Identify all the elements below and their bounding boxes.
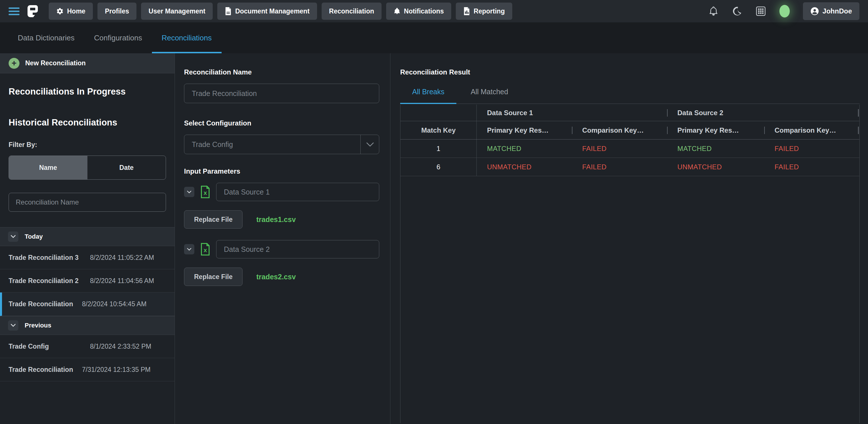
tab-configurations[interactable]: Configurations xyxy=(84,22,152,53)
item-name: Trade Reconciliation xyxy=(9,365,78,374)
svg-text:x: x xyxy=(204,247,207,253)
reconciliation-name-filter-input[interactable] xyxy=(9,193,166,212)
document-file-icon xyxy=(225,7,231,15)
tab-reconciliations[interactable]: Reconciliations xyxy=(152,22,222,53)
user-account-button[interactable]: JohnDoe xyxy=(803,2,859,20)
result-cell: FAILED xyxy=(764,145,860,153)
report-file-icon xyxy=(463,7,470,15)
data-source-2-input[interactable] xyxy=(216,240,379,258)
column-header-primary-key-1[interactable]: Primary Key Res… xyxy=(477,121,572,139)
topbar-right: JohnDoe xyxy=(708,2,859,20)
column-header-comparison-key-2[interactable]: Comparison Key… xyxy=(764,121,860,139)
apps-grid-icon[interactable] xyxy=(755,6,766,17)
new-reconciliation-button[interactable]: + New Reconciliation xyxy=(0,53,175,73)
nav-profiles-button[interactable]: Profiles xyxy=(97,3,136,20)
reconciliation-name-input[interactable] xyxy=(184,84,379,103)
gear-icon xyxy=(56,7,64,15)
item-date: 8/2/2024 10:54:45 AM xyxy=(82,299,154,308)
content-area: + New Reconciliation Reconciliations In … xyxy=(0,53,868,424)
plus-circle-icon: + xyxy=(9,58,20,69)
result-title: Reconciliation Result xyxy=(400,68,868,76)
uploaded-file-link[interactable]: trades2.csv xyxy=(256,273,296,281)
nav-home-label: Home xyxy=(67,7,86,15)
result-cell: FAILED xyxy=(764,163,860,171)
tab-all-breaks[interactable]: All Breaks xyxy=(400,88,456,103)
chevron-down-icon[interactable] xyxy=(8,320,18,331)
list-item[interactable]: Trade Config 8/1/2024 2:33:52 PM xyxy=(0,335,175,358)
replace-file-row: Replace File trades1.csv xyxy=(184,210,379,229)
notifications-bell-icon[interactable] xyxy=(708,6,719,17)
filter-toggle-name[interactable]: Name xyxy=(9,156,87,180)
hamburger-menu-icon[interactable] xyxy=(9,7,20,15)
replace-file-button[interactable]: Replace File xyxy=(184,268,243,286)
top-bar: Home Profiles User Management Document M… xyxy=(0,0,868,22)
table-row[interactable]: 6 UNMATCHED FAILED UNMATCHED FAILED xyxy=(400,158,859,176)
nav-home-button[interactable]: Home xyxy=(49,3,93,20)
result-cell: FAILED xyxy=(572,145,667,153)
new-reconciliation-label: New Reconciliation xyxy=(25,59,86,67)
list-item-selected[interactable]: Trade Reconciliation 8/2/2024 10:54:45 A… xyxy=(0,293,175,316)
nav-reconciliation-label: Reconciliation xyxy=(329,7,374,15)
data-source-1-input[interactable] xyxy=(216,183,379,201)
section-today[interactable]: Today xyxy=(0,227,175,246)
select-chevron-down-icon[interactable] xyxy=(360,135,379,154)
item-date: 8/2/2024 11:05:22 AM xyxy=(90,253,162,262)
column-header-match-key[interactable]: Match Key xyxy=(400,121,477,139)
result-cell: MATCHED xyxy=(667,145,764,153)
select-configuration-label: Select Configuration xyxy=(184,119,379,127)
nav-user-management-button[interactable]: User Management xyxy=(141,3,213,20)
chevron-down-icon[interactable] xyxy=(184,187,194,197)
replace-file-row: Replace File trades2.csv xyxy=(184,268,379,286)
historical-title: Historical Reconciliations xyxy=(9,118,166,128)
chevron-down-icon[interactable] xyxy=(8,231,18,242)
match-key-cell: 6 xyxy=(400,158,477,176)
list-item[interactable]: Trade Reconciliation 7/31/2024 12:13:35 … xyxy=(0,358,175,381)
svg-text:x: x xyxy=(204,189,207,196)
user-avatar-icon xyxy=(810,7,819,15)
section-today-label: Today xyxy=(25,233,43,240)
uploaded-file-link[interactable]: trades1.csv xyxy=(256,216,296,224)
input-parameters-label: Input Parameters xyxy=(184,167,379,175)
list-item[interactable]: Trade Reconciliation 2 8/2/2024 11:04:56… xyxy=(0,269,175,293)
nav-reporting-label: Reporting xyxy=(473,7,505,15)
nav-document-management-label: Document Management xyxy=(235,7,309,15)
excel-file-icon: x xyxy=(199,185,211,199)
reconciliation-form-panel: Reconciliation Name Select Configuration… xyxy=(175,53,391,424)
nav-reporting-button[interactable]: Reporting xyxy=(456,3,512,20)
grid-header-row: Match Key Primary Key Res… Comparison Ke… xyxy=(400,121,859,139)
nav-notifications-label: Notifications xyxy=(404,7,444,15)
result-tabs: All Breaks All Matched xyxy=(400,88,860,104)
column-header-comparison-key-1[interactable]: Comparison Key… xyxy=(572,121,667,139)
online-status-dot xyxy=(779,5,790,18)
data-source-row: x xyxy=(184,183,379,201)
configuration-select[interactable] xyxy=(184,135,379,154)
filter-toggle-date[interactable]: Date xyxy=(87,156,166,180)
nav-profiles-label: Profiles xyxy=(105,7,129,15)
result-cell: UNMATCHED xyxy=(667,163,764,171)
tab-all-matched[interactable]: All Matched xyxy=(456,88,523,103)
nav-notifications-button[interactable]: Notifications xyxy=(386,3,451,20)
reconciliation-result-panel: Reconciliation Result All Breaks All Mat… xyxy=(391,53,868,424)
nav-document-management-button[interactable]: Document Management xyxy=(217,3,317,20)
dark-mode-moon-icon[interactable] xyxy=(732,6,742,17)
configuration-select-input[interactable] xyxy=(184,135,379,154)
item-name: Trade Config xyxy=(9,342,86,351)
table-row[interactable]: 1 MATCHED FAILED MATCHED FAILED xyxy=(400,139,859,158)
item-name: Trade Reconciliation 3 xyxy=(9,253,86,262)
filter-toggle: Name Date xyxy=(9,156,166,180)
result-cell: FAILED xyxy=(572,163,667,171)
item-date: 8/2/2024 11:04:56 AM xyxy=(90,276,162,285)
item-name: Trade Reconciliation 2 xyxy=(9,276,86,285)
tab-data-dictionaries[interactable]: Data Dictionaries xyxy=(8,22,84,53)
app-logo xyxy=(26,4,39,18)
section-previous[interactable]: Previous xyxy=(0,316,175,335)
column-header-primary-key-2[interactable]: Primary Key Res… xyxy=(667,121,764,139)
chevron-down-icon[interactable] xyxy=(184,244,194,254)
reconciliations-sidebar: + New Reconciliation Reconciliations In … xyxy=(0,53,175,424)
replace-file-button[interactable]: Replace File xyxy=(184,210,243,229)
result-grid: Data Source 1 Data Source 2 Match Key Pr… xyxy=(400,104,860,423)
nav-reconciliation-button[interactable]: Reconciliation xyxy=(322,3,381,20)
group-header-data-source-2: Data Source 2 xyxy=(667,104,860,121)
list-item[interactable]: Trade Reconciliation 3 8/2/2024 11:05:22… xyxy=(0,246,175,269)
group-header-data-source-1: Data Source 1 xyxy=(477,104,667,121)
